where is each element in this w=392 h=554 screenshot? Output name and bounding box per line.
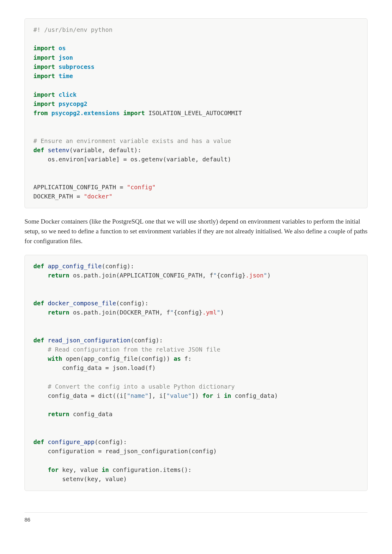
- params: (variable, default):: [69, 147, 141, 154]
- kw-as: as: [174, 355, 181, 362]
- str-quote: ": [263, 272, 267, 279]
- code-text: open(app_config_file(config)): [62, 355, 174, 362]
- module-name: subprocess: [58, 63, 94, 70]
- fn-name: app_config_file: [48, 263, 102, 270]
- str-literal: "name": [127, 392, 148, 399]
- body-paragraph: Some Docker containers (like the Postgre…: [24, 217, 368, 246]
- params: (config):: [116, 300, 149, 307]
- code-text: ], i[: [149, 392, 167, 399]
- kw-import: import: [33, 73, 55, 80]
- code-line: os.environ[variable] = os.getenv(variabl…: [33, 156, 231, 163]
- code-text: i: [213, 392, 224, 399]
- module-name: psycopg2: [58, 100, 87, 107]
- kw-def: def: [33, 337, 44, 344]
- code-text: f:: [181, 355, 191, 362]
- str-quote: ": [213, 272, 217, 279]
- code-text: config_data: [69, 411, 112, 418]
- code-text: os.path.join(APPLICATION_CONFIG_PATH, f: [69, 272, 213, 279]
- module-name: os: [58, 45, 66, 52]
- str-body: .yml: [202, 309, 217, 316]
- kw-def: def: [33, 263, 44, 270]
- kw-import: import: [33, 45, 55, 52]
- code-text: config_data = dict((i[: [33, 392, 127, 399]
- code-comment: # Convert the config into a usable Pytho…: [33, 383, 235, 390]
- page-footer: 86: [24, 512, 368, 523]
- module-name: click: [58, 91, 77, 98]
- code-comment: # Read configuration from the relative J…: [33, 346, 220, 353]
- code-line: #! /usr/bin/env python: [33, 26, 112, 33]
- kw-return: return: [48, 411, 69, 418]
- kw-import: import: [33, 63, 55, 70]
- code-text: os.path.join(DOCKER_PATH, f: [69, 309, 170, 316]
- page-number: 86: [24, 517, 30, 523]
- module-name: time: [58, 73, 73, 80]
- code-text: config_data): [231, 392, 278, 399]
- kw-import: import: [33, 91, 55, 98]
- kw-def: def: [33, 439, 44, 446]
- symbol: ISOLATION_LEVEL_AUTOCOMMIT: [145, 110, 242, 117]
- code-comment: # Ensure an environment variable exists …: [33, 138, 231, 145]
- str-literal: "value": [166, 392, 191, 399]
- code-line: DOCKER_PATH =: [33, 193, 84, 200]
- params: (config):: [102, 263, 134, 270]
- code-text: configuration.items():: [109, 466, 192, 473]
- kw-for: for: [48, 466, 58, 473]
- str-quote: ": [217, 309, 221, 316]
- code-text: ): [221, 309, 224, 316]
- code-line: setenv(key, value): [33, 476, 127, 483]
- code-block-1: #! /usr/bin/env python import os import …: [24, 18, 368, 208]
- kw-import: import: [33, 100, 55, 107]
- kw-with: with: [48, 355, 62, 362]
- kw-return: return: [48, 272, 69, 279]
- code-text: key, value: [58, 466, 102, 473]
- code-text: ]): [192, 392, 202, 399]
- code-text: ): [267, 272, 271, 279]
- string-literal: "config": [127, 184, 156, 191]
- kw-import: import: [123, 110, 145, 117]
- kw-return: return: [48, 309, 69, 316]
- fstring-interp: {config}: [217, 272, 246, 279]
- fn-name: docker_compose_file: [48, 300, 116, 307]
- fn-name: setenv: [48, 147, 69, 154]
- code-line: APPLICATION_CONFIG_PATH =: [33, 184, 127, 191]
- params: (config):: [95, 439, 127, 446]
- kw-def: def: [33, 147, 44, 154]
- module-name: json: [58, 54, 73, 61]
- module-name: psycopg2.extensions: [51, 110, 120, 117]
- kw-in: in: [224, 392, 231, 399]
- params: (config):: [130, 337, 163, 344]
- str-body: .json: [246, 272, 264, 279]
- code-line: config_data = json.load(f): [33, 364, 156, 371]
- kw-import: import: [33, 54, 55, 61]
- kw-def: def: [33, 300, 44, 307]
- kw-in: in: [102, 466, 109, 473]
- code-block-2: def app_config_file(config): return os.p…: [24, 255, 368, 491]
- code-line: configuration = read_json_configuration(…: [33, 448, 217, 455]
- kw-for: for: [202, 392, 213, 399]
- string-literal: "docker": [84, 193, 112, 200]
- fn-name: configure_app: [48, 439, 95, 446]
- fn-name: read_json_configuration: [48, 337, 130, 344]
- kw-from: from: [33, 110, 48, 117]
- str-quote: ": [170, 309, 174, 316]
- fstring-interp: {config}: [174, 309, 202, 316]
